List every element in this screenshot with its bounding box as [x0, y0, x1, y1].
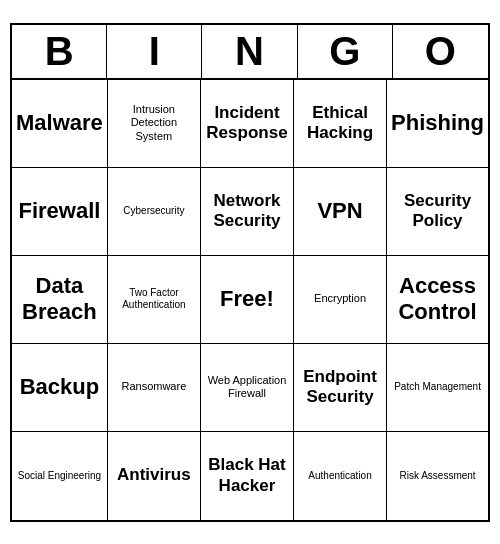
cell-text-4: Phishing [391, 110, 484, 136]
cell-text-9: Security Policy [391, 191, 484, 232]
cell-text-3: Ethical Hacking [298, 103, 382, 144]
cell-text-8: VPN [317, 198, 362, 224]
cell-text-13: Encryption [314, 292, 366, 305]
bingo-cell-2: Incident Response [201, 80, 294, 168]
cell-text-0: Malware [16, 110, 103, 136]
cell-text-18: Endpoint Security [298, 367, 382, 408]
bingo-cell-5: Firewall [12, 168, 108, 256]
bingo-cell-13: Encryption [294, 256, 387, 344]
bingo-letter-b: B [12, 25, 107, 78]
bingo-cell-23: Authentication [294, 432, 387, 520]
bingo-cell-3: Ethical Hacking [294, 80, 387, 168]
bingo-cell-6: Cybersecurity [108, 168, 201, 256]
cell-text-11: Two Factor Authentication [112, 287, 196, 311]
cell-text-15: Backup [20, 374, 99, 400]
bingo-cell-20: Social Engineering [12, 432, 108, 520]
bingo-cell-24: Risk Assessment [387, 432, 488, 520]
bingo-cell-16: Ransomware [108, 344, 201, 432]
bingo-cell-19: Patch Management [387, 344, 488, 432]
cell-text-23: Authentication [308, 470, 371, 482]
cell-text-5: Firewall [18, 198, 100, 224]
bingo-header: BINGO [12, 25, 488, 80]
cell-text-2: Incident Response [205, 103, 289, 144]
bingo-cell-0: Malware [12, 80, 108, 168]
bingo-cell-17: Web Application Firewall [201, 344, 294, 432]
bingo-cell-8: VPN [294, 168, 387, 256]
bingo-cell-11: Two Factor Authentication [108, 256, 201, 344]
bingo-cell-21: Antivirus [108, 432, 201, 520]
bingo-cell-10: Data Breach [12, 256, 108, 344]
bingo-letter-o: O [393, 25, 488, 78]
cell-text-22: Black Hat Hacker [205, 455, 289, 496]
bingo-cell-9: Security Policy [387, 168, 488, 256]
cell-text-12: Free! [220, 286, 274, 312]
bingo-cell-14: Access Control [387, 256, 488, 344]
bingo-cell-12: Free! [201, 256, 294, 344]
cell-text-14: Access Control [391, 273, 484, 326]
cell-text-19: Patch Management [394, 381, 481, 393]
bingo-cell-7: Network Security [201, 168, 294, 256]
cell-text-16: Ransomware [121, 380, 186, 393]
bingo-cell-4: Phishing [387, 80, 488, 168]
bingo-cell-15: Backup [12, 344, 108, 432]
cell-text-6: Cybersecurity [123, 205, 184, 217]
bingo-grid: MalwareIntrusion Detection SystemInciden… [12, 80, 488, 520]
bingo-cell-18: Endpoint Security [294, 344, 387, 432]
cell-text-17: Web Application Firewall [205, 374, 289, 400]
bingo-cell-22: Black Hat Hacker [201, 432, 294, 520]
cell-text-10: Data Breach [16, 273, 103, 326]
cell-text-1: Intrusion Detection System [112, 103, 196, 143]
bingo-cell-1: Intrusion Detection System [108, 80, 201, 168]
bingo-letter-g: G [298, 25, 393, 78]
bingo-letter-n: N [202, 25, 297, 78]
cell-text-21: Antivirus [117, 465, 191, 485]
cell-text-7: Network Security [205, 191, 289, 232]
bingo-card: BINGO MalwareIntrusion Detection SystemI… [10, 23, 490, 522]
cell-text-24: Risk Assessment [399, 470, 475, 482]
cell-text-20: Social Engineering [18, 470, 101, 482]
bingo-letter-i: I [107, 25, 202, 78]
